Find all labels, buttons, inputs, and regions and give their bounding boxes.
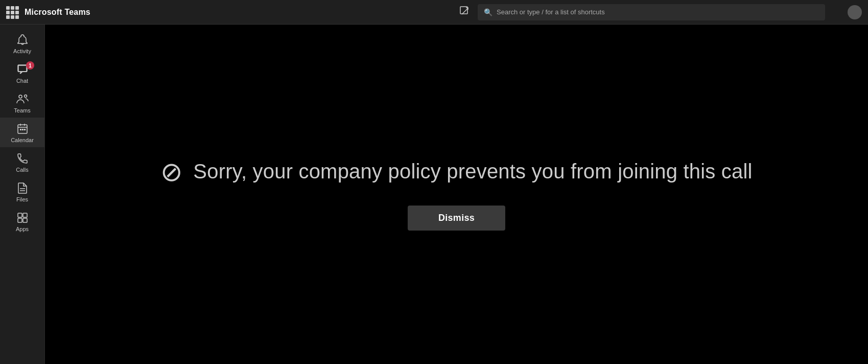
app-title: Microsoft Teams <box>25 8 90 17</box>
topbar-center: 🔍 Search or type / for a list of shortcu… <box>166 4 825 20</box>
activity-icon <box>16 34 29 46</box>
svg-rect-9 <box>20 129 21 130</box>
sidebar-item-files-label: Files <box>16 196 28 202</box>
search-bar[interactable]: 🔍 Search or type / for a list of shortcu… <box>478 4 825 20</box>
sidebar-item-activity[interactable]: Activity <box>0 29 44 58</box>
sidebar-item-calls-label: Calls <box>16 167 28 173</box>
compose-icon[interactable] <box>459 6 470 18</box>
sidebar-item-teams[interactable]: Teams <box>0 88 44 118</box>
sidebar-item-activity-label: Activity <box>13 48 31 54</box>
search-placeholder: Search or type / for a list of shortcuts <box>497 8 605 16</box>
grid-icon[interactable] <box>6 6 18 18</box>
sidebar-item-teams-label: Teams <box>14 107 30 113</box>
teams-icon <box>16 93 29 105</box>
svg-rect-2 <box>18 65 27 72</box>
blocked-icon: ⊘ <box>160 158 183 185</box>
sidebar-item-files[interactable]: Files <box>0 177 44 207</box>
sidebar-item-apps-label: Apps <box>16 226 29 232</box>
avatar[interactable] <box>848 5 862 19</box>
topbar-left: Microsoft Teams <box>6 6 159 18</box>
svg-point-3 <box>19 95 22 98</box>
sidebar-item-chat[interactable]: 1 Chat <box>0 58 44 88</box>
sidebar-item-calls[interactable]: Calls <box>0 147 44 177</box>
main-content: ⊘ Sorry, your company policy prevents yo… <box>45 25 868 364</box>
error-text: Sorry, your company policy prevents you … <box>193 160 752 183</box>
calendar-icon <box>16 123 29 135</box>
topbar-right <box>831 5 862 19</box>
sidebar-item-calendar[interactable]: Calendar <box>0 118 44 147</box>
sidebar-item-calendar-label: Calendar <box>11 137 34 143</box>
svg-rect-15 <box>23 213 27 217</box>
topbar: Microsoft Teams 🔍 Search or type / for a… <box>0 0 868 25</box>
calls-icon <box>16 152 29 165</box>
sidebar-item-apps[interactable]: Apps <box>0 207 44 236</box>
svg-rect-16 <box>18 218 22 222</box>
chat-badge: 1 <box>26 61 34 70</box>
search-icon: 🔍 <box>484 8 492 16</box>
main-layout: Activity 1 Chat <box>0 25 868 364</box>
svg-rect-11 <box>24 129 26 130</box>
svg-rect-10 <box>22 129 24 130</box>
svg-rect-17 <box>23 218 27 222</box>
files-icon <box>17 182 28 194</box>
sidebar: Activity 1 Chat <box>0 25 45 364</box>
svg-point-4 <box>24 95 27 98</box>
dismiss-button[interactable]: Dismiss <box>408 206 505 231</box>
error-message: ⊘ Sorry, your company policy prevents yo… <box>160 158 752 185</box>
apps-icon <box>16 212 29 224</box>
svg-rect-14 <box>18 213 22 217</box>
sidebar-item-chat-label: Chat <box>16 78 28 84</box>
